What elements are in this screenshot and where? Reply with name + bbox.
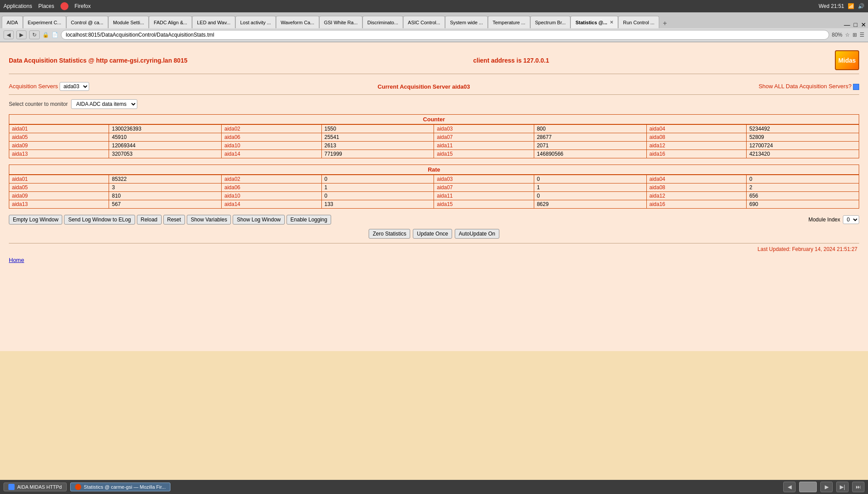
url-bar[interactable] <box>61 30 829 40</box>
cell-name[interactable]: aida11 <box>434 142 534 150</box>
tab-led[interactable]: LED and Wav... <box>192 16 235 28</box>
tab-control[interactable]: Control @ ca... <box>66 16 109 28</box>
auto-update-button[interactable]: AutoUpdate On <box>455 229 499 239</box>
cell-name[interactable]: aida05 <box>9 183 109 192</box>
cell-value: 0 <box>321 175 434 183</box>
cell-name[interactable]: aida12 <box>646 142 746 150</box>
cell-name[interactable]: aida04 <box>646 175 746 183</box>
zero-statistics-button[interactable]: Zero Statistics <box>369 229 410 239</box>
tab-module-settings[interactable]: Module Setti... <box>108 16 149 28</box>
cell-name[interactable]: aida08 <box>646 183 746 192</box>
menu-icon[interactable]: ☰ <box>860 32 864 38</box>
cell-value: 771999 <box>321 150 434 158</box>
counter-table: aida01 1300236393 aida02 1550 aida03 800… <box>9 124 859 158</box>
empty-log-button[interactable]: Empty Log Window <box>9 215 62 225</box>
cell-name[interactable]: aida15 <box>434 200 534 209</box>
tab-lost[interactable]: Lost activity ... <box>235 16 276 28</box>
cell-name[interactable]: aida08 <box>646 133 746 142</box>
sidebar-icon[interactable]: ⊞ <box>853 32 857 38</box>
acq-server-select[interactable]: aida03 <box>60 82 89 91</box>
close-button[interactable]: ✕ <box>861 21 866 28</box>
cell-value: 85322 <box>109 175 222 183</box>
cell-value: 3 <box>109 183 222 192</box>
minimize-button[interactable]: — <box>844 21 850 28</box>
browser-label[interactable]: Firefox <box>75 3 91 9</box>
back-button[interactable]: ◀ <box>4 30 14 39</box>
tab-system[interactable]: System wide ... <box>445 16 488 28</box>
cell-value: 146890566 <box>534 150 646 158</box>
cell-value: 25541 <box>321 133 434 142</box>
table-row: aida13 567 aida14 133 aida15 8629 aida16… <box>9 200 859 209</box>
maximize-button[interactable]: □ <box>854 21 857 28</box>
cell-name[interactable]: aida11 <box>434 192 534 200</box>
tab-temperature[interactable]: Temperature ... <box>488 16 530 28</box>
cell-name[interactable]: aida06 <box>222 183 321 192</box>
forward-button[interactable]: ▶ <box>16 30 26 39</box>
cell-name[interactable]: aida05 <box>9 133 109 142</box>
reload-nav-button[interactable]: ↻ <box>29 30 40 39</box>
show-variables-button[interactable]: Show Variables <box>187 215 231 225</box>
cell-name[interactable]: aida13 <box>9 200 109 209</box>
cell-name[interactable]: aida10 <box>222 142 321 150</box>
cell-name[interactable]: aida03 <box>434 125 534 133</box>
tab-statistics[interactable]: Statistics @... ✕ <box>570 16 618 28</box>
tab-experiment[interactable]: Experiment C... <box>23 16 66 28</box>
os-bar-right: Wed 21:51 📶 🔊 <box>819 3 864 9</box>
rate-table: aida01 85322 aida02 0 aida03 0 aida04 0 … <box>9 175 859 209</box>
cell-value: 800 <box>534 125 646 133</box>
module-index-select[interactable]: 0 <box>843 215 859 224</box>
cell-name[interactable]: aida16 <box>646 150 746 158</box>
cell-name[interactable]: aida15 <box>434 150 534 158</box>
cell-name[interactable]: aida12 <box>646 192 746 200</box>
reset-button[interactable]: Reset <box>163 215 185 225</box>
new-tab-button[interactable]: + <box>659 19 670 28</box>
cell-name[interactable]: aida04 <box>646 125 746 133</box>
logo-box: Midas <box>835 50 859 70</box>
cell-name[interactable]: aida01 <box>9 125 109 133</box>
show-all-checkbox[interactable] <box>853 84 859 90</box>
cell-value: 810 <box>109 192 222 200</box>
cell-name[interactable]: aida07 <box>434 183 534 192</box>
cell-name[interactable]: aida02 <box>222 125 321 133</box>
cell-name[interactable]: aida06 <box>222 133 321 142</box>
cell-name[interactable]: aida03 <box>434 175 534 183</box>
os-applications[interactable]: Applications <box>4 3 32 9</box>
cell-value: 45910 <box>109 133 222 142</box>
current-server-label: Current Acquisition Server aida03 <box>377 83 470 90</box>
cell-name[interactable]: aida14 <box>222 200 321 209</box>
last-updated: Last Updated: February 14, 2024 21:51:27 <box>9 243 859 252</box>
send-log-button[interactable]: Send Log Window to ELog <box>64 215 135 225</box>
monitor-select[interactable]: AIDA ADC data items <box>71 99 137 109</box>
home-link[interactable]: Home <box>9 257 24 263</box>
tab-aida[interactable]: AIDA <box>2 16 23 28</box>
show-log-button[interactable]: Show Log Window <box>233 215 284 225</box>
tab-spectrum[interactable]: Spectrum Br... <box>530 16 571 28</box>
reload-button[interactable]: Reload <box>137 215 162 225</box>
os-places[interactable]: Places <box>38 3 54 9</box>
cell-name[interactable]: aida01 <box>9 175 109 183</box>
cell-name[interactable]: aida09 <box>9 142 109 150</box>
cell-name[interactable]: aida13 <box>9 150 109 158</box>
page-title: Data Acquisition Statistics @ http carme… <box>9 57 187 64</box>
cell-name[interactable]: aida09 <box>9 192 109 200</box>
cell-name[interactable]: aida02 <box>222 175 321 183</box>
tab-discriminator[interactable]: Discriminato... <box>362 16 403 28</box>
cell-value: 1 <box>321 183 434 192</box>
rate-section: Rate aida01 85322 aida02 0 aida03 0 aida… <box>9 165 859 209</box>
cell-name[interactable]: aida14 <box>222 150 321 158</box>
table-row: aida05 3 aida06 1 aida07 1 aida08 2 <box>9 183 859 192</box>
cell-name[interactable]: aida16 <box>646 200 746 209</box>
tab-gsi[interactable]: GSI White Ra... <box>319 16 362 28</box>
enable-logging-button[interactable]: Enable Logging <box>287 215 331 225</box>
tab-waveform[interactable]: Waveform Ca... <box>276 16 319 28</box>
cell-value: 12700724 <box>747 142 859 150</box>
cell-name[interactable]: aida07 <box>434 133 534 142</box>
cell-name[interactable]: aida10 <box>222 192 321 200</box>
tab-run-control[interactable]: Run Control ... <box>618 16 659 28</box>
update-once-button[interactable]: Update Once <box>413 229 452 239</box>
tab-fadc[interactable]: FADC Align &... <box>149 16 192 28</box>
tab-asic[interactable]: ASIC Control... <box>403 16 445 28</box>
tab-close-statistics[interactable]: ✕ <box>610 20 613 25</box>
bookmark-icon[interactable]: ☆ <box>845 32 850 38</box>
acq-servers-label: Acquisition Servers <box>9 83 58 90</box>
